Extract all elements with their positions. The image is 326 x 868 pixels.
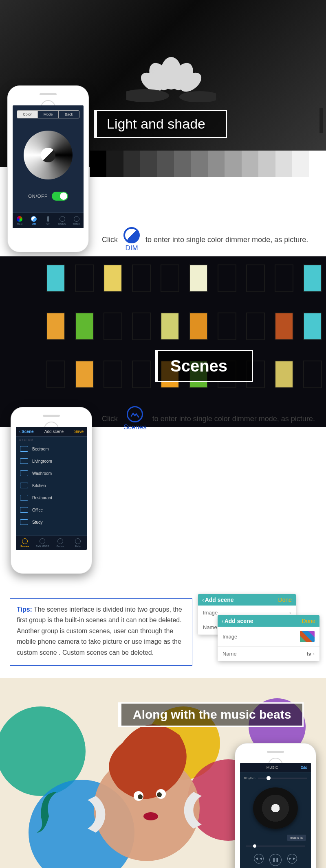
tab-back[interactable]: Back (59, 111, 79, 118)
back-button[interactable]: ‹ Add scene (202, 597, 233, 603)
scene-header: ‹ Scene Add scene Save (16, 427, 87, 437)
bottom-nav: RGB DIM CT MUSIC TIMER (13, 212, 84, 228)
scene-item-icon (20, 483, 28, 488)
play-pause-button[interactable]: ❚❚ (269, 854, 282, 866)
building-window (132, 361, 151, 388)
onoff-row: ON/OFF (13, 192, 84, 201)
building-window (189, 265, 208, 292)
building-window (104, 265, 122, 292)
building-window (303, 361, 322, 388)
nav-online[interactable]: Online (51, 538, 69, 547)
nav-ct[interactable]: CT (41, 216, 55, 225)
section-title: Light and shade (94, 110, 227, 138)
tab-mode[interactable]: Mode (38, 111, 59, 118)
image-row[interactable]: Image (218, 627, 319, 647)
nav-help[interactable]: Help (69, 538, 87, 547)
scene-item-label: Washroom (32, 471, 52, 476)
instruction-text: to enter into single color dimmer mode, … (152, 415, 315, 423)
instruction-dim: Click DIM to enter into single color dim… (102, 224, 308, 256)
scene-item-label: Kitchen (32, 483, 46, 488)
name-row[interactable]: Nametv › (218, 647, 319, 661)
nav-scenes[interactable]: Scenes (16, 538, 34, 547)
add-scene-cards: ‹ Add scene Done Image› Name› ‹ Add scen… (198, 598, 316, 666)
nav-timer[interactable]: TIMER (69, 216, 84, 225)
building-window (75, 313, 94, 340)
tab-color[interactable]: Color (17, 111, 38, 118)
power-toggle[interactable] (52, 192, 68, 201)
scene-item[interactable]: Washroom (16, 467, 87, 479)
svg-point-16 (138, 794, 143, 799)
scene-item-icon (20, 470, 28, 476)
prev-button[interactable]: ◄◄ (254, 854, 264, 864)
playback-controls: ◄◄ ❚❚ ►► (240, 854, 311, 866)
section-title: Along with the music beats (118, 702, 304, 727)
next-button[interactable]: ►► (287, 854, 297, 864)
scenes-icon-label: Scenes (123, 423, 147, 431)
phone-screen: MUSIC Edit Rhythm music lis ◄◄ ❚❚ ►► RGB… (240, 763, 311, 868)
rhythm-row: Rhythm (240, 772, 311, 782)
section-scenes: Scenes ‹ Scene Add scene Save SYSTEM Bed… (0, 256, 326, 666)
title-accent (319, 108, 323, 133)
building-window (46, 313, 65, 340)
scene-item-label: Study (32, 520, 43, 525)
rhythm-label: Rhythm (244, 776, 256, 780)
building-window (46, 265, 65, 292)
building-window (132, 265, 151, 292)
building-window (303, 313, 322, 340)
building-window (275, 361, 293, 388)
card-header: ‹ Add scene Done (218, 615, 319, 627)
brightness-wheel[interactable] (24, 131, 73, 179)
instruction-text: to enter into single color dimmer mode, … (145, 236, 308, 244)
scene-item-icon (20, 495, 28, 501)
building-window (303, 265, 322, 292)
svg-point-18 (143, 812, 158, 820)
nav-music[interactable]: MUSIC (55, 216, 69, 225)
done-button[interactable]: Done (278, 597, 292, 603)
scene-item[interactable]: Bedroom (16, 443, 87, 455)
rhythm-slider[interactable] (258, 778, 307, 778)
tips-text: The scenes interface is divided into two… (17, 606, 182, 656)
dim-icon (123, 227, 140, 243)
lotus-illustration (126, 33, 216, 102)
scene-item[interactable]: Study (16, 516, 87, 528)
category-label: SYSTEM (16, 437, 87, 443)
scene-thumbnail (300, 631, 315, 642)
nav-rgb[interactable]: RGB (13, 216, 27, 225)
scene-item[interactable]: Office (16, 504, 87, 516)
building-window (104, 361, 122, 388)
song-tag[interactable]: music lis (287, 835, 306, 841)
dim-click-icon: DIM (123, 227, 140, 252)
onoff-label: ON/OFF (28, 194, 48, 199)
building-window (104, 313, 122, 340)
done-button[interactable]: Done (302, 618, 315, 624)
svg-point-5 (126, 89, 169, 102)
back-button[interactable]: ‹ Add scene (222, 618, 253, 624)
dim-icon-label: DIM (125, 244, 138, 252)
scenes-bottom-nav: Scenes DYN MODE Online Help (16, 536, 87, 550)
greyscale-gradient (90, 151, 326, 177)
dim-segmented-control[interactable]: Color Mode Back (17, 110, 79, 118)
section-music: Along with the music beats MUSIC Edit Rh… (0, 678, 326, 868)
scene-item-icon (20, 446, 28, 452)
scene-item-icon (20, 519, 28, 525)
scene-item[interactable]: Kitchen (16, 479, 87, 492)
back-button[interactable]: ‹ Scene (19, 429, 34, 434)
building-window (218, 265, 236, 292)
scene-item[interactable]: Livingroom (16, 455, 87, 467)
card-header: ‹ Add scene Done (198, 594, 296, 606)
progress-slider[interactable] (246, 846, 305, 846)
building-window (246, 265, 265, 292)
section-title: Scenes (155, 350, 253, 382)
phone-screen: Color Mode Back ON/OFF RGB DIM CT MUSIC … (13, 105, 84, 228)
save-button[interactable]: Save (74, 429, 84, 434)
scene-item-icon (20, 458, 28, 464)
add-scene-card-front: ‹ Add scene Done Image Nametv › (218, 615, 319, 661)
nav-dim[interactable]: DIM (27, 216, 41, 225)
edit-button[interactable]: Edit (300, 765, 307, 770)
building-window (189, 313, 208, 340)
building-window (75, 265, 94, 292)
scene-item-icon (20, 507, 28, 513)
scenes-icon (127, 406, 143, 422)
nav-dynmode[interactable]: DYN MODE (34, 538, 52, 547)
scene-item[interactable]: Restaurant (16, 492, 87, 504)
